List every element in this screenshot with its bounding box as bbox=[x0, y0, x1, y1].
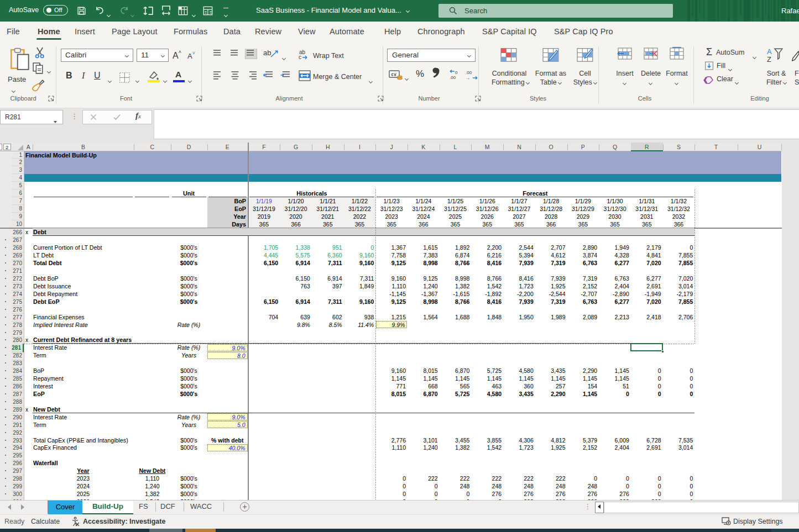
svg-text:c: c bbox=[299, 54, 301, 60]
svg-text:A: A bbox=[767, 48, 772, 56]
svg-text:¢¥: ¢¥ bbox=[391, 72, 397, 77]
svg-text:0: 0 bbox=[455, 70, 458, 75]
svg-text:→: → bbox=[466, 76, 470, 81]
svg-text:.00: .00 bbox=[466, 70, 472, 75]
svg-text:.00: .00 bbox=[450, 75, 456, 80]
svg-text:Z: Z bbox=[767, 55, 771, 62]
